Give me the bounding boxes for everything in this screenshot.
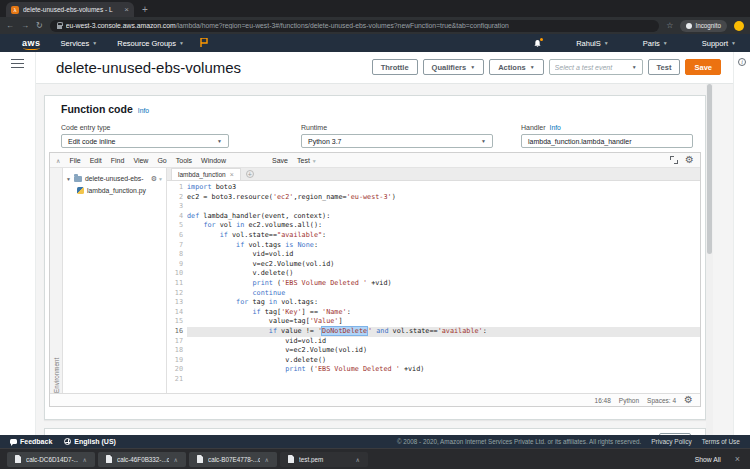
download-menu-icon[interactable]: ∧ (174, 456, 178, 463)
cursor-position[interactable]: 16:48 (595, 397, 611, 404)
aws-footer: Feedback English (US) © 2008 - 2020, Ama… (0, 435, 750, 448)
file-tree: ▼ delete-unused-ebs- ⚙▼ lambda_function.… (63, 168, 167, 393)
terms-of-use-link[interactable]: Terms of Use (702, 438, 740, 445)
left-rail (0, 52, 36, 435)
page-title: delete-unused-ebs-volumes (56, 59, 241, 76)
function-code-card: Function code Info Code entry type Edit … (44, 95, 706, 420)
tree-file-row[interactable]: lambda_function.py (63, 185, 166, 195)
download-item[interactable]: calc-B07E4778-...csv ∧ (189, 452, 277, 467)
tab-close-icon[interactable]: × (124, 6, 129, 14)
reload-icon[interactable]: ↻ (36, 22, 43, 30)
test-button[interactable]: Test (648, 59, 681, 75)
aws-navbar: aws Services▼ Resource Groups▼ RahulS▼ P… (0, 34, 750, 52)
editor-new-tab-icon[interactable]: + (246, 170, 254, 178)
save-button[interactable]: Save (685, 59, 721, 75)
notifications-bell-icon[interactable] (533, 39, 542, 48)
downloads-bar: calc-DC6D14D7-...csv ∧ calc-46F0B332-...… (0, 448, 750, 469)
language-mode[interactable]: Python (619, 397, 639, 404)
menu-edit[interactable]: Edit (90, 157, 102, 164)
folder-icon (74, 176, 82, 182)
aws-logo[interactable]: aws (22, 38, 41, 48)
function-code-info-link[interactable]: Info (138, 107, 149, 114)
collapse-menubar-icon[interactable]: ∧ (56, 157, 60, 164)
editor-menubar: ∧ File Edit Find View Go Tools Window Sa… (50, 153, 700, 168)
feedback-button[interactable]: Feedback (10, 438, 52, 445)
code-editor: ∧ File Edit Find View Go Tools Window Sa… (49, 152, 701, 407)
environment-variables-card: Environment variables (0) Edit (44, 428, 706, 435)
back-icon[interactable]: ← (6, 22, 14, 30)
handler-label: HandlerInfo (521, 124, 693, 131)
menu-file[interactable]: File (69, 157, 80, 164)
folder-expand-icon[interactable]: ▼ (66, 176, 71, 182)
browser-avatar[interactable] (734, 21, 744, 31)
bookmark-star-icon[interactable]: ☆ (666, 21, 673, 30)
menu-window[interactable]: Window (201, 157, 226, 164)
code-entry-type-field: Code entry type Edit code inline▼ (61, 124, 229, 148)
runtime-label: Runtime (301, 124, 493, 131)
download-item[interactable]: calc-46F0B332-...csv ∧ (98, 452, 186, 467)
privacy-policy-link[interactable]: Privacy Policy (651, 438, 691, 445)
menu-tools[interactable]: Tools (176, 157, 192, 164)
python-file-icon (77, 187, 84, 194)
download-menu-icon[interactable]: ∧ (356, 456, 360, 463)
address-bar[interactable]: eu-west-3.console.aws.amazon.com/lambda/… (50, 20, 660, 32)
code-lines[interactable]: import boto3ec2 = boto3.resource('ec2',r… (187, 183, 700, 393)
download-item[interactable]: calc-DC6D14D7-...csv ∧ (7, 452, 95, 467)
throttle-button[interactable]: Throttle (372, 59, 418, 75)
file-icon (106, 455, 112, 463)
nav-support-menu[interactable]: Support▼ (702, 39, 736, 48)
editor-tab-lambda-function[interactable]: lambda_function × (171, 168, 241, 180)
handler-info-link[interactable]: Info (550, 124, 561, 131)
code-entry-type-select[interactable]: Edit code inline▼ (61, 134, 229, 148)
menu-view[interactable]: View (133, 157, 148, 164)
spaces-setting[interactable]: Spaces: 4 (647, 397, 676, 404)
editor-save-menu[interactable]: Save (272, 157, 288, 164)
handler-input[interactable]: lambda_function.lambda_handler (521, 134, 693, 148)
tree-settings-gear-icon[interactable]: ⚙▼ (151, 174, 163, 184)
hamburger-menu-icon[interactable] (11, 59, 24, 68)
padlock-icon (57, 25, 62, 29)
test-event-select[interactable]: Select a test event▼ (549, 59, 643, 75)
nav-services[interactable]: Services▼ (61, 39, 98, 48)
actions-button[interactable]: Actions▼ (489, 59, 543, 75)
new-tab-button[interactable]: + (142, 4, 148, 15)
runtime-select[interactable]: Python 3.7▼ (301, 134, 493, 148)
tree-folder-row[interactable]: ▼ delete-unused-ebs- ⚙▼ (63, 172, 166, 185)
download-menu-icon[interactable]: ∧ (265, 456, 269, 463)
menu-go[interactable]: Go (157, 157, 166, 164)
pin-flag-icon[interactable] (200, 38, 208, 49)
header-actions: Throttle Qualifiers▼ Actions▼ Select a t… (372, 59, 721, 75)
right-rail: i (733, 52, 750, 435)
forward-icon[interactable]: → (21, 22, 29, 30)
code-gutter: 123456789101112131415161718192021 (167, 183, 187, 393)
editor-settings-gear-icon[interactable]: ⚙ (685, 155, 694, 165)
handler-field: HandlerInfo lambda_function.lambda_handl… (521, 124, 693, 148)
file-icon (288, 455, 294, 463)
editor-test-menu[interactable]: Test ▼ (297, 157, 317, 164)
download-item[interactable]: test.pem ∧ (280, 452, 368, 467)
environment-tab-strip[interactable]: Environment (50, 168, 63, 393)
close-downloads-bar-icon[interactable]: × (735, 454, 740, 464)
qualifiers-button[interactable]: Qualifiers▼ (423, 59, 485, 75)
browser-tab[interactable]: λ delete-unused-ebs-volumes - L × (6, 2, 134, 17)
download-menu-icon[interactable]: ∧ (83, 456, 87, 463)
code-editor-content[interactable]: 123456789101112131415161718192021 import… (167, 181, 700, 393)
page-scrollbar[interactable] (706, 84, 713, 435)
language-button[interactable]: English (US) (64, 438, 116, 445)
show-all-downloads-link[interactable]: Show All (695, 456, 721, 463)
lambda-favicon-icon: λ (11, 6, 19, 14)
scrollbar-thumb[interactable] (707, 84, 712, 254)
browser-tab-title: delete-unused-ebs-volumes - L (23, 6, 120, 13)
file-icon (197, 455, 203, 463)
nav-region-menu[interactable]: Paris▼ (643, 39, 668, 48)
editor-tab-bar: lambda_function × + (167, 168, 700, 181)
help-info-icon[interactable]: i (738, 58, 746, 66)
menu-find[interactable]: Find (111, 157, 125, 164)
function-code-heading: Function code Info (61, 103, 149, 115)
nav-resource-groups[interactable]: Resource Groups▼ (117, 39, 184, 48)
status-gear-icon[interactable]: ⚙ (684, 395, 693, 405)
editor-tab-close-icon[interactable]: × (230, 171, 234, 179)
fullscreen-icon[interactable] (670, 156, 678, 164)
nav-account-menu[interactable]: RahulS▼ (576, 39, 609, 48)
globe-icon (64, 438, 71, 445)
